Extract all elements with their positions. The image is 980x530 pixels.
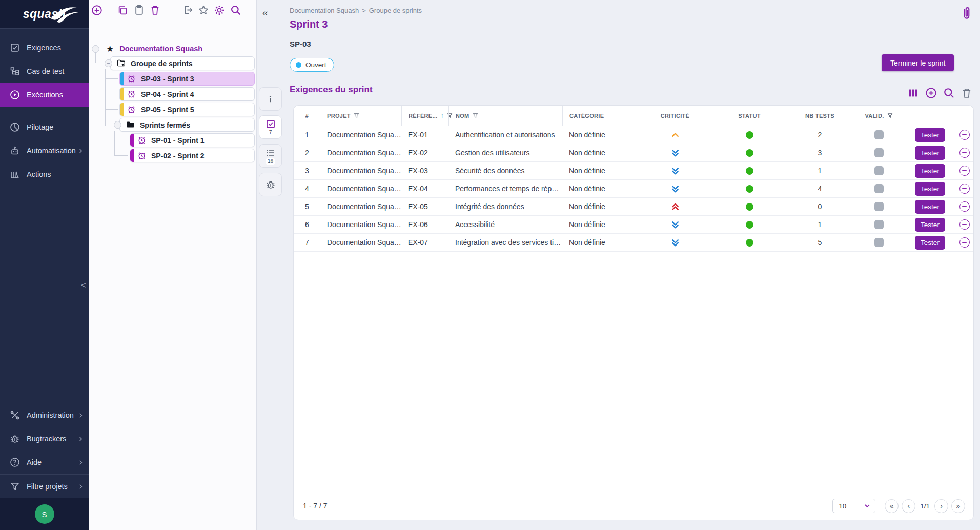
- tree-item-sp-02-sprint-2[interactable]: SP-02 - Sprint 2: [130, 149, 255, 162]
- status-chip[interactable]: Ouvert: [290, 58, 334, 72]
- sidebar-item-bugtrackers[interactable]: Bugtrackers: [0, 427, 89, 451]
- column-header-catgorie[interactable]: CATÉGORIE: [562, 106, 639, 126]
- first-page-button[interactable]: «: [885, 499, 899, 513]
- column-header-#[interactable]: #: [294, 106, 320, 126]
- requirement-link[interactable]: Accessibilité: [455, 220, 495, 229]
- tree-item-sp-05-sprint-5[interactable]: SP-05 - Sprint 5: [119, 103, 255, 116]
- favorite-button[interactable]: [198, 5, 210, 17]
- tree-item-sp-01-sprint-1[interactable]: SP-01 - Sprint 1: [130, 133, 255, 147]
- anchor-info-button[interactable]: [259, 87, 282, 111]
- column-header-statut[interactable]: STATUT: [711, 106, 788, 126]
- tester-button[interactable]: Tester: [915, 128, 945, 142]
- validation-badge[interactable]: [874, 238, 884, 247]
- page-size-select[interactable]: 10: [832, 499, 875, 513]
- validation-badge[interactable]: [874, 148, 884, 157]
- column-header-criticit[interactable]: CRITICITÉ: [639, 106, 711, 126]
- collapse-root-icon[interactable]: −: [92, 45, 99, 53]
- sidebar-item-ex-cutions[interactable]: Exécutions: [0, 83, 89, 107]
- remove-row-icon[interactable]: [959, 237, 970, 248]
- breadcrumb-project[interactable]: Documentation Squash: [290, 7, 359, 14]
- sidebar-item-actions[interactable]: Actions: [0, 162, 89, 186]
- tree-item-sp-04-sprint-4[interactable]: SP-04 - Sprint 4: [119, 87, 255, 101]
- remove-row-icon[interactable]: [959, 130, 970, 140]
- remove-row-icon[interactable]: [959, 219, 970, 230]
- filter-icon[interactable]: [887, 113, 893, 118]
- column-header-valid[interactable]: VALID.: [852, 106, 906, 126]
- search-tree-button[interactable]: [230, 5, 242, 17]
- filter-icon[interactable]: [354, 113, 359, 118]
- remove-row-icon[interactable]: [959, 148, 970, 158]
- remove-row-icon[interactable]: [959, 184, 970, 194]
- filter-icon[interactable]: [473, 113, 478, 118]
- sort-asc-icon[interactable]: ↑: [441, 112, 444, 119]
- requirement-link[interactable]: Sécurité des données: [455, 167, 524, 175]
- finish-sprint-button[interactable]: Terminer le sprint: [882, 54, 954, 71]
- tree-root-label[interactable]: Documentation Squash: [119, 45, 202, 53]
- validation-badge[interactable]: [874, 202, 884, 211]
- tree-item-sp-03-sprint-3[interactable]: SP-03 - Sprint 3: [119, 72, 255, 86]
- attachment-icon[interactable]: [961, 6, 973, 21]
- collapse-node-icon[interactable]: −: [114, 121, 121, 129]
- collapse-node-icon[interactable]: −: [105, 59, 112, 67]
- tester-button[interactable]: Tester: [915, 218, 945, 232]
- sidebar-item-administration[interactable]: Administration: [0, 403, 89, 427]
- next-page-button[interactable]: ›: [934, 499, 948, 513]
- remove-row-icon[interactable]: [959, 166, 970, 176]
- breadcrumb-group[interactable]: Groupe de sprints: [369, 7, 422, 14]
- column-header-nbtests[interactable]: NB TESTS: [788, 106, 852, 126]
- delete-button[interactable]: [150, 5, 162, 17]
- last-page-button[interactable]: »: [951, 499, 965, 513]
- project-link[interactable]: Documentation Squash: [327, 131, 401, 139]
- add-requirement-icon[interactable]: [925, 87, 937, 99]
- project-link[interactable]: Documentation Squash: [327, 238, 401, 247]
- column-header-nom[interactable]: NOM: [448, 106, 562, 126]
- tree-root-project[interactable]: − ★ Documentation Squash: [89, 43, 202, 55]
- columns-icon[interactable]: [907, 87, 919, 99]
- project-link[interactable]: Documentation Squash: [327, 202, 401, 211]
- requirement-link[interactable]: Intégrité des données: [455, 202, 524, 211]
- requirement-link[interactable]: Authentification et autorisations: [455, 131, 555, 139]
- tester-button[interactable]: Tester: [915, 182, 945, 196]
- project-link[interactable]: Documentation Squash: [327, 185, 401, 193]
- tester-button[interactable]: Tester: [915, 236, 945, 250]
- tester-button[interactable]: Tester: [915, 164, 945, 178]
- sidebar-item-aide[interactable]: Aide: [0, 451, 89, 474]
- sidebar-item-pilotage[interactable]: Pilotage: [0, 115, 89, 139]
- sidebar-item-cas-de-test[interactable]: Cas de test: [0, 59, 89, 83]
- collapse-panel-icon[interactable]: «: [262, 7, 268, 18]
- copy-button[interactable]: [117, 5, 130, 17]
- tree-item-groupe-de-sprints[interactable]: Groupe de sprints: [110, 56, 255, 70]
- column-header-projet[interactable]: PROJET: [320, 106, 401, 126]
- project-link[interactable]: Documentation Squash: [327, 220, 401, 229]
- validation-badge[interactable]: [874, 130, 884, 139]
- validation-badge[interactable]: [874, 184, 884, 193]
- project-link[interactable]: Documentation Squash: [327, 167, 401, 175]
- sidebar-item-exigences[interactable]: Exigences: [0, 36, 89, 59]
- remove-row-icon[interactable]: [959, 201, 970, 212]
- sidebar-item-automatisation[interactable]: Automatisation: [0, 139, 89, 162]
- avatar[interactable]: S: [35, 504, 54, 524]
- delete-table-icon[interactable]: [961, 87, 973, 99]
- settings-button[interactable]: [214, 5, 226, 17]
- anchor-list-button[interactable]: 16: [259, 144, 282, 168]
- requirement-link[interactable]: Intégration avec des services tiers: [455, 238, 562, 247]
- anchor-bug-button[interactable]: [259, 173, 282, 196]
- validation-badge[interactable]: [874, 166, 884, 175]
- export-button[interactable]: [182, 5, 195, 17]
- tester-button[interactable]: Tester: [915, 200, 945, 214]
- sidebar-collapse-icon[interactable]: <: [81, 281, 86, 290]
- project-link[interactable]: Documentation Squash: [327, 149, 401, 157]
- requirement-link[interactable]: Gestion des utilisateurs: [455, 149, 530, 157]
- prev-page-button[interactable]: ‹: [902, 499, 915, 513]
- sidebar-item-filtre-projets[interactable]: Filtre projets: [0, 475, 89, 498]
- app-logo[interactable]: squash: [0, 0, 89, 29]
- column-header-rfre[interactable]: RÉFÉRE...↑: [401, 106, 448, 126]
- validation-badge[interactable]: [874, 220, 884, 229]
- anchor-requirements-check-button[interactable]: 7: [259, 115, 282, 139]
- requirement-link[interactable]: Performances et temps de réponse: [455, 185, 562, 193]
- add-button[interactable]: [91, 5, 104, 17]
- tester-button[interactable]: Tester: [915, 146, 945, 160]
- paste-button[interactable]: [134, 5, 146, 17]
- search-table-icon[interactable]: [943, 87, 955, 99]
- tree-item-sprints-ferm-s[interactable]: Sprints fermés: [119, 118, 255, 132]
